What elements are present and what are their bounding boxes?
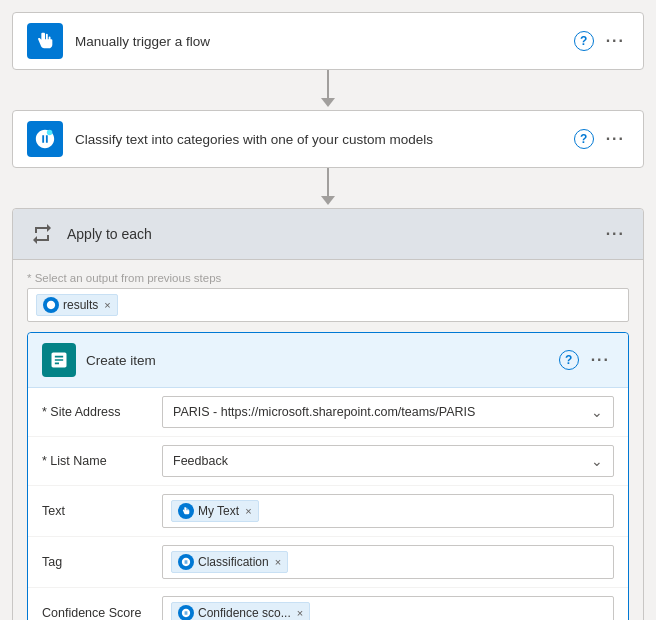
create-item-header: Create item ? ··· [28,333,628,388]
classification-tag-icon [178,554,194,570]
confidence-tag-close[interactable]: × [297,607,303,619]
tag-label: Tag [42,555,162,569]
site-address-row: * Site Address PARIS - https://microsoft… [28,388,628,437]
text-label: Text [42,504,162,518]
results-tag-icon [43,297,59,313]
trigger-more-button[interactable]: ··· [602,30,629,52]
confidence-tag: Confidence sco... × [171,602,310,620]
site-address-text: PARIS - https://microsoft.sharepoint.com… [173,405,475,419]
site-address-label: * Site Address [42,405,162,419]
tag-tag-input[interactable]: Classification × [162,545,614,579]
trigger-help-icon[interactable]: ? [574,31,594,51]
apply-icon [27,219,57,249]
classify-help-icon[interactable]: ? [574,129,594,149]
svg-point-0 [47,130,53,136]
output-tag-input[interactable]: results × [27,288,629,322]
list-name-value[interactable]: Feedback ⌄ [162,445,614,477]
select-output-label: * Select an output from previous steps [27,272,629,284]
arrow-2 [321,168,335,208]
apply-section: Apply to each ··· * Select an output fro… [12,208,644,620]
list-name-row: * List Name Feedback ⌄ [28,437,628,486]
arrow-1 [321,70,335,110]
text-row: Text My Text × [28,486,628,537]
classify-actions: ? ··· [574,128,629,150]
confidence-tag-input[interactable]: Confidence sco... × [162,596,614,620]
create-item-body: * Site Address PARIS - https://microsoft… [28,388,628,620]
trigger-actions: ? ··· [574,30,629,52]
create-item-help-icon[interactable]: ? [559,350,579,370]
text-tag-input[interactable]: My Text × [162,494,614,528]
site-address-dropdown[interactable]: PARIS - https://microsoft.sharepoint.com… [162,396,614,428]
tag-value: Classification × [162,545,614,579]
create-item-card: Create item ? ··· * Site Address [27,332,629,620]
results-tag-text: results [63,298,98,312]
apply-more-button[interactable]: ··· [602,223,629,245]
classify-step: Classify text into categories with one o… [12,110,644,168]
apply-title: Apply to each [67,226,602,242]
list-name-label: * List Name [42,454,162,468]
create-item-title: Create item [86,353,559,368]
apply-body: * Select an output from previous steps r… [13,260,643,620]
my-text-tag-text: My Text [198,504,239,518]
my-text-tag: My Text × [171,500,259,522]
site-address-chevron: ⌄ [591,404,603,420]
list-name-dropdown[interactable]: Feedback ⌄ [162,445,614,477]
confidence-label: Confidence Score [42,606,162,620]
classify-title: Classify text into categories with one o… [75,132,574,147]
my-text-tag-icon [178,503,194,519]
confidence-value: Confidence sco... × [162,596,614,620]
confidence-row: Confidence Score Confidence sco... × [28,588,628,620]
my-text-tag-close[interactable]: × [245,505,251,517]
classify-more-button[interactable]: ··· [602,128,629,150]
trigger-icon [27,23,63,59]
create-item-icon [42,343,76,377]
flow-canvas: Manually trigger a flow ? ··· Classify t… [12,12,644,620]
classification-tag: Classification × [171,551,288,573]
tag-row: Tag Classification × [28,537,628,588]
text-value: My Text × [162,494,614,528]
list-name-text: Feedback [173,454,228,468]
classification-tag-text: Classification [198,555,269,569]
create-item-actions: ? ··· [559,349,614,371]
list-name-chevron: ⌄ [591,453,603,469]
trigger-title: Manually trigger a flow [75,34,574,49]
classify-icon [27,121,63,157]
site-address-value[interactable]: PARIS - https://microsoft.sharepoint.com… [162,396,614,428]
results-tag: results × [36,294,118,316]
trigger-step: Manually trigger a flow ? ··· [12,12,644,70]
confidence-tag-icon [178,605,194,620]
create-item-more-button[interactable]: ··· [587,349,614,371]
results-tag-close[interactable]: × [104,299,110,311]
apply-header: Apply to each ··· [13,209,643,260]
classification-tag-close[interactable]: × [275,556,281,568]
confidence-tag-text: Confidence sco... [198,606,291,620]
